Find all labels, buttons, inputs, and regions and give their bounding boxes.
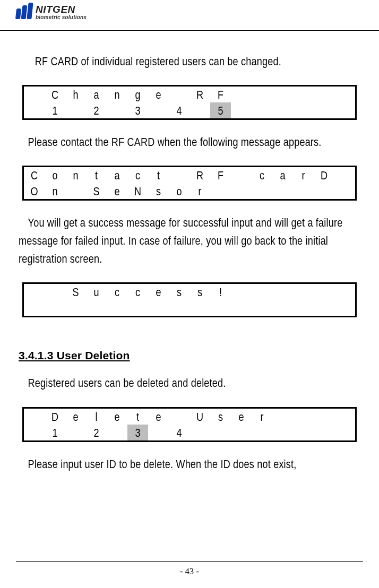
lcd-display-success: Success! — [22, 282, 357, 317]
lcd-cell — [293, 102, 314, 118]
lcd-cell — [24, 284, 45, 300]
section-heading-user-deletion: 3.4.1.3 User Deletion — [19, 349, 360, 362]
lcd-display-contact-rf: Contact RF carD On SeNsor — [22, 166, 357, 201]
lcd-cell: g — [127, 87, 148, 102]
lcd-cell — [210, 425, 231, 440]
lcd-cell — [148, 425, 169, 440]
lcd-cell — [314, 300, 334, 316]
lcd-cell — [293, 425, 314, 440]
lcd-cell — [334, 300, 355, 316]
lcd-cell: 5 — [210, 102, 231, 118]
lcd-cell — [293, 300, 314, 316]
lcd-cell: C — [45, 87, 65, 102]
lcd-cell — [45, 284, 65, 300]
lcd-cell — [252, 183, 272, 199]
lcd-cell: c — [252, 167, 272, 183]
lcd-cell: e — [65, 409, 86, 425]
lcd-cell — [293, 183, 314, 199]
page-content: RF CARD of individual registered users c… — [0, 31, 379, 473]
logo-text: NITGEN biometric solutions — [36, 3, 87, 20]
lcd-cell — [190, 102, 210, 118]
lcd-cell: e — [148, 87, 169, 102]
lcd-cell: t — [148, 167, 169, 183]
paragraph-1: RF CARD of individual registered users c… — [19, 52, 360, 70]
lcd-cell: c — [107, 284, 127, 300]
lcd-cell: n — [45, 183, 65, 199]
lcd-cell — [334, 183, 355, 199]
lcd-cell: l — [86, 409, 107, 425]
lcd-cell: 1 — [45, 425, 65, 440]
lcd-cell: e — [231, 409, 252, 425]
lcd-cell: S — [65, 284, 86, 300]
lcd-cell: r — [252, 409, 272, 425]
lcd-cell: c — [127, 284, 148, 300]
lcd-cell — [65, 425, 86, 440]
lcd-cell — [169, 87, 190, 102]
lcd-cell — [314, 102, 334, 118]
lcd-cell — [127, 300, 148, 316]
lcd-display-delete-user: Delete User 1 2 3 4 — [22, 407, 357, 442]
lcd-cell: S — [86, 183, 107, 199]
lcd-cell: t — [86, 167, 107, 183]
lcd-cell — [334, 284, 355, 300]
lcd-cell: o — [169, 183, 190, 199]
lcd-cell: e — [148, 284, 169, 300]
lcd-cell: U — [190, 409, 210, 425]
lcd-cell: e — [107, 183, 127, 199]
lcd-cell — [334, 87, 355, 102]
lcd-cell — [24, 87, 45, 102]
lcd-cell: h — [65, 87, 86, 102]
lcd-cell — [334, 425, 355, 440]
lcd-cell: e — [148, 409, 169, 425]
lcd-cell: D — [314, 167, 334, 183]
lcd-cell — [24, 102, 45, 118]
paragraph-4: Registered users can be deleted and dele… — [19, 374, 360, 392]
logo-subtitle: biometric solutions — [36, 15, 87, 20]
lcd-cell — [334, 167, 355, 183]
lcd-cell — [169, 409, 190, 425]
lcd-cell — [272, 300, 293, 316]
lcd-cell: F — [210, 167, 231, 183]
lcd-cell: 1 — [45, 102, 65, 118]
page-number: - 43 - — [180, 567, 199, 576]
page-header: NITGEN biometric solutions — [0, 0, 379, 31]
lcd-cell — [252, 102, 272, 118]
lcd-cell — [272, 284, 293, 300]
lcd-cell — [107, 425, 127, 440]
lcd-cell: C — [24, 167, 45, 183]
lcd-cell: n — [107, 87, 127, 102]
lcd-cell: 3 — [127, 425, 148, 440]
lcd-cell: s — [210, 409, 231, 425]
lcd-cell — [231, 284, 252, 300]
lcd-cell — [334, 409, 355, 425]
lcd-cell: 4 — [169, 102, 190, 118]
lcd-cell — [148, 300, 169, 316]
lcd-cell: D — [45, 409, 65, 425]
lcd-cell: r — [293, 167, 314, 183]
lcd-cell: t — [127, 409, 148, 425]
lcd-cell — [65, 102, 86, 118]
footer-rule — [16, 561, 363, 562]
lcd-cell: 4 — [169, 425, 190, 440]
lcd-cell: R — [190, 167, 210, 183]
lcd-cell — [272, 183, 293, 199]
lcd-cell — [314, 183, 334, 199]
lcd-cell — [252, 87, 272, 102]
lcd-cell — [190, 425, 210, 440]
lcd-cell — [169, 167, 190, 183]
lcd-cell: a — [107, 167, 127, 183]
lcd-cell — [272, 87, 293, 102]
lcd-cell — [107, 102, 127, 118]
lcd-cell — [231, 167, 252, 183]
lcd-cell: r — [190, 183, 210, 199]
lcd-cell — [231, 102, 252, 118]
lcd-cell — [252, 284, 272, 300]
lcd-cell — [65, 183, 86, 199]
lcd-cell — [231, 87, 252, 102]
lcd-cell: 2 — [86, 102, 107, 118]
lcd-cell — [314, 409, 334, 425]
logo-title: NITGEN — [36, 4, 87, 14]
lcd-cell: c — [127, 167, 148, 183]
logo: NITGEN biometric solutions — [16, 3, 87, 20]
lcd-cell — [293, 409, 314, 425]
